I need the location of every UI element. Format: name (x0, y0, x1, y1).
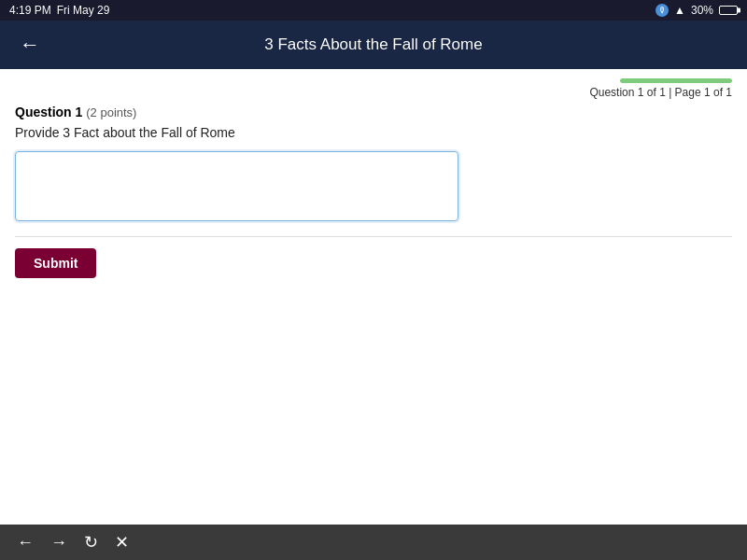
question-counter: Question 1 of 1 | Page 1 of 1 (589, 86, 732, 99)
battery-percent: 30% (691, 4, 713, 17)
bottom-bar: ← → ↻ ✕ (0, 525, 747, 560)
progress-bar-fill (620, 78, 732, 83)
header-title: 3 Facts About the Fall of Rome (264, 35, 482, 54)
battery-icon (719, 6, 738, 15)
header: ← 3 Facts About the Fall of Rome (0, 21, 747, 69)
back-button[interactable]: ← (15, 30, 45, 60)
question-points: (2 points) (86, 105, 136, 119)
status-bar: 4:19 PM Fri May 29 🎙 ▲ 30% (0, 0, 747, 21)
question-info-bar: Question 1 of 1 | Page 1 of 1 (15, 78, 732, 99)
wifi-icon: ▲ (674, 4, 685, 17)
browser-refresh-icon[interactable]: ↻ (84, 532, 98, 553)
submit-button[interactable]: Submit (15, 248, 96, 278)
question-label: Question 1 (2 points) (15, 105, 732, 119)
question-text: Provide 3 Fact about the Fall of Rome (15, 125, 732, 140)
question-number: Question 1 (15, 105, 82, 119)
browser-forward-icon[interactable]: → (50, 533, 67, 553)
main-content: Question 1 of 1 | Page 1 of 1 Question 1… (0, 69, 747, 525)
status-time: 4:19 PM (9, 4, 51, 17)
status-day: Fri May 29 (57, 4, 110, 17)
divider (15, 236, 732, 237)
progress-bar-track (620, 78, 732, 83)
browser-close-icon[interactable]: ✕ (115, 532, 129, 553)
browser-back-icon[interactable]: ← (17, 533, 34, 553)
progress-container: Question 1 of 1 | Page 1 of 1 (589, 78, 732, 99)
answer-textarea[interactable] (15, 151, 458, 221)
mic-icon: 🎙 (655, 4, 669, 17)
